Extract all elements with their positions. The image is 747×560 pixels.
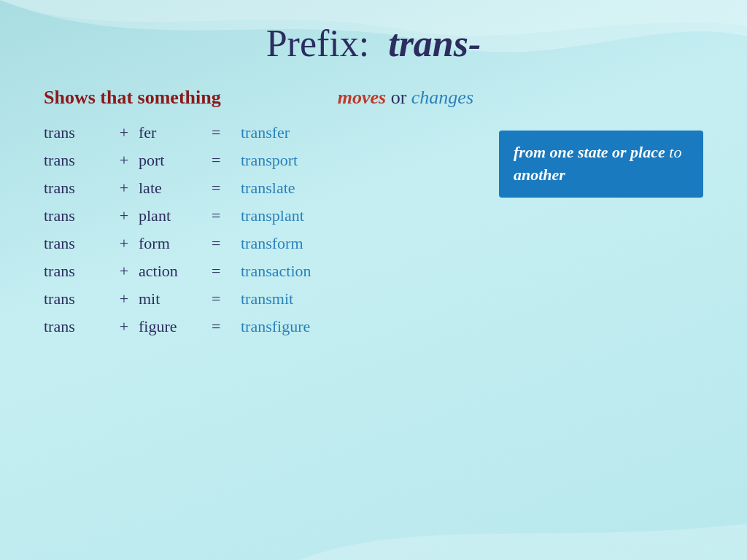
word-plus: +	[109, 262, 139, 281]
word-equals: =	[212, 289, 241, 308]
word-plus: +	[109, 179, 139, 198]
word-root: mit	[139, 289, 212, 308]
table-row: trans + late = translate	[44, 179, 477, 198]
table-row: trans + fer = transfer	[44, 123, 477, 142]
word-root: action	[139, 262, 212, 281]
info-box: from one state or place to another	[499, 131, 703, 198]
word-root: late	[139, 179, 212, 198]
changes-text: changes	[411, 87, 473, 108]
wave-bottom-decoration	[299, 502, 747, 560]
word-equals: =	[212, 151, 241, 170]
table-row: trans + form = transform	[44, 234, 477, 253]
word-plus: +	[109, 317, 139, 336]
word-plus: +	[109, 123, 139, 142]
word-result: transfigure	[241, 317, 387, 336]
word-result: translate	[241, 179, 387, 198]
page-title: Prefix: trans-	[44, 22, 703, 65]
main-area: trans + fer = transfer trans + port = tr…	[44, 123, 703, 345]
word-result: transplant	[241, 206, 387, 225]
word-prefix: trans	[44, 262, 109, 281]
title-prefix-value: trans-	[388, 23, 481, 64]
info-part1: from one state or place	[514, 143, 665, 161]
word-root: port	[139, 151, 212, 170]
word-root: fer	[139, 123, 212, 142]
word-result: transaction	[241, 262, 387, 281]
table-row: trans + mit = transmit	[44, 289, 477, 308]
word-plus: +	[109, 234, 139, 253]
word-prefix: trans	[44, 206, 109, 225]
word-equals: =	[212, 123, 241, 142]
word-root: plant	[139, 206, 212, 225]
word-prefix: trans	[44, 317, 109, 336]
info-to: to	[669, 143, 681, 161]
table-row: trans + figure = transfigure	[44, 317, 477, 336]
word-prefix: trans	[44, 151, 109, 170]
word-result: transmit	[241, 289, 387, 308]
word-prefix: trans	[44, 289, 109, 308]
word-result: transform	[241, 234, 387, 253]
word-plus: +	[109, 206, 139, 225]
word-equals: =	[212, 234, 241, 253]
word-equals: =	[212, 179, 241, 198]
word-table: trans + fer = transfer trans + port = tr…	[44, 123, 477, 345]
word-equals: =	[212, 262, 241, 281]
table-row: trans + port = transport	[44, 151, 477, 170]
word-result: transport	[241, 151, 387, 170]
word-plus: +	[109, 289, 139, 308]
word-result: transfer	[241, 123, 387, 142]
info-another: another	[514, 164, 689, 187]
word-plus: +	[109, 151, 139, 170]
word-root: form	[139, 234, 212, 253]
info-box-text: from one state or place to another	[514, 143, 689, 187]
word-prefix: trans	[44, 234, 109, 253]
moves-text: moves	[338, 87, 386, 108]
word-prefix: trans	[44, 123, 109, 142]
table-row: trans + action = transaction	[44, 262, 477, 281]
subtitle-right: moves or changes	[338, 87, 473, 109]
word-equals: =	[212, 206, 241, 225]
table-row: trans + plant = transplant	[44, 206, 477, 225]
subtitle-row: Shows that something moves or changes	[44, 87, 703, 109]
or-text: or	[391, 87, 411, 108]
title-prefix-label: Prefix:	[266, 23, 370, 64]
subtitle-left: Shows that something	[44, 87, 221, 109]
word-prefix: trans	[44, 179, 109, 198]
main-content: Prefix: trans- Shows that something move…	[0, 0, 747, 359]
word-equals: =	[212, 317, 241, 336]
word-root: figure	[139, 317, 212, 336]
